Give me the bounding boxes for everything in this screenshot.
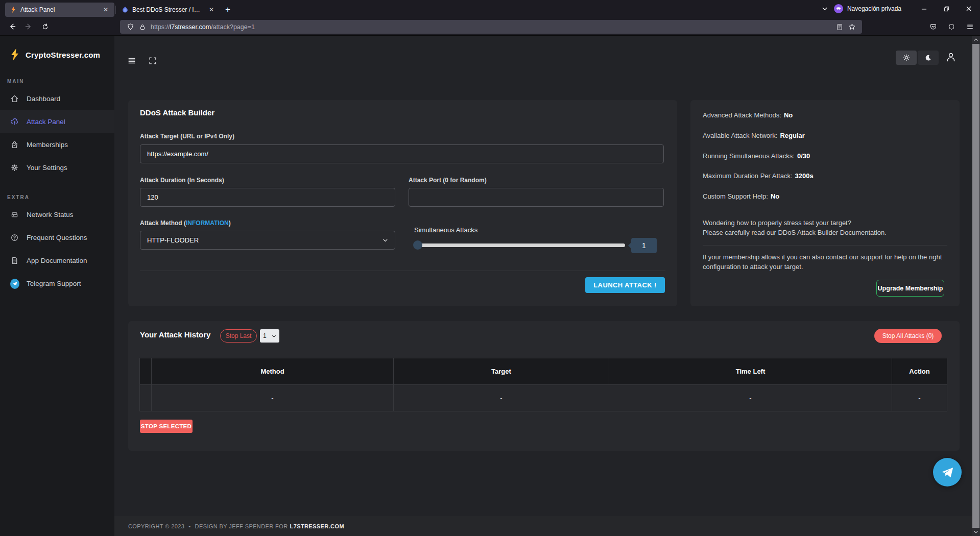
telegram-fab[interactable]	[933, 458, 962, 486]
simultaneous-attacks-label: Simultaneous Attacks	[414, 226, 477, 234]
slider-thumb[interactable]	[413, 240, 422, 250]
stop-selected-button[interactable]: STOP SELECTED	[140, 420, 193, 433]
cloud-lightning-icon	[10, 117, 19, 126]
sidebar-toggle-icon[interactable]	[127, 56, 136, 65]
bookmark-star-icon[interactable]	[846, 23, 858, 31]
sidebar-item-dashboard[interactable]: Dashboard	[0, 87, 114, 110]
stop-last-button[interactable]: Stop Last	[220, 329, 257, 343]
url-text[interactable]: https://l7stresser.com/attack?page=1	[151, 23, 833, 31]
information-link[interactable]: INFORMATION	[186, 220, 229, 227]
scroll-down-icon[interactable]	[972, 528, 980, 536]
stat-advanced-methods: Advanced Attack Methods:No	[703, 111, 793, 119]
design-by-text: DESIGN BY JEFF SPENDER FOR	[195, 523, 288, 529]
attack-port-input[interactable]	[409, 188, 664, 207]
minimize-button[interactable]	[913, 0, 935, 17]
dark-mode-button[interactable]	[918, 51, 939, 65]
chevron-down-icon	[383, 237, 388, 243]
home-icon	[10, 94, 19, 103]
brand[interactable]: CryptoStresser.com	[0, 36, 114, 61]
history-title: Your Attack History	[140, 330, 210, 339]
footer-brand-link[interactable]: L7STRESSER.COM	[290, 523, 344, 529]
sidebar-item-label: Memberships	[27, 141, 68, 149]
simultaneous-attacks-slider[interactable]	[414, 243, 625, 247]
new-tab-button[interactable]: +	[220, 5, 235, 15]
sidebar-item-label: Dashboard	[27, 95, 60, 103]
tracking-shield-icon[interactable]	[124, 23, 136, 31]
extensions-icon[interactable]	[943, 20, 960, 34]
server-icon	[10, 210, 19, 219]
builder-title: DDoS Attack Builder	[140, 108, 214, 117]
document-icon	[10, 256, 19, 265]
light-mode-button[interactable]	[896, 51, 917, 65]
row-time-left-cell: -	[609, 385, 892, 411]
attack-method-select[interactable]: HTTP-FLOODER	[140, 231, 395, 250]
browser-chrome: Attack Panel ✕ Best DDoS Stresser / IP B…	[0, 0, 980, 36]
help-text: Wondering how to properly stress test yo…	[703, 218, 943, 237]
forward-icon[interactable]	[20, 19, 37, 34]
page-scrollbar[interactable]	[972, 36, 980, 536]
page-footer: COPYRIGHT © 2023 • DESIGN BY JEFF SPENDE…	[114, 516, 972, 536]
tab-attack-panel[interactable]: Attack Panel ✕	[5, 3, 114, 17]
stop-count-select[interactable]: 1	[260, 329, 279, 343]
scroll-up-icon[interactable]	[972, 36, 980, 44]
telegram-plane-icon	[940, 465, 955, 480]
card-divider	[140, 271, 665, 271]
launch-attack-button[interactable]: LAUNCH ATTACK !	[585, 277, 665, 293]
sidebar-item-label: Network Status	[27, 211, 74, 218]
sidebar-item-attack-panel[interactable]: Attack Panel	[0, 110, 114, 133]
list-tabs-chevron-icon[interactable]	[816, 6, 834, 12]
column-method: Method	[152, 358, 394, 385]
stat-attack-network: Available Attack Network:Regular	[703, 132, 805, 139]
upgrade-membership-button[interactable]: Upgrade Membership	[876, 280, 944, 297]
reader-mode-icon[interactable]	[833, 23, 846, 31]
nav-bar: https://l7stresser.com/attack?page=1	[0, 17, 980, 36]
sidebar-item-app-documentation[interactable]: App Documentation	[0, 249, 114, 272]
copyright-text: COPYRIGHT © 2023	[128, 523, 184, 529]
support-text: If your membership allows it you can als…	[703, 252, 945, 272]
brand-bolt-icon	[9, 48, 20, 61]
sidebar-item-memberships[interactable]: Memberships	[0, 133, 114, 156]
window-close-button[interactable]	[958, 0, 980, 17]
sidebar-item-telegram-support[interactable]: Telegram Support	[0, 272, 114, 295]
history-row: - - - -	[140, 385, 947, 411]
sidebar-item-your-settings[interactable]: Your Settings	[0, 156, 114, 179]
select-column-header	[140, 358, 152, 385]
back-icon[interactable]	[4, 19, 20, 34]
nav-right-icons	[925, 20, 978, 34]
url-bar[interactable]: https://l7stresser.com/attack?page=1	[120, 20, 862, 34]
screen: Attack Panel ✕ Best DDoS Stresser / IP B…	[0, 0, 980, 536]
lock-icon[interactable]	[136, 23, 149, 31]
column-action: Action	[892, 358, 947, 385]
stop-count-value: 1	[263, 332, 267, 339]
scrollbar-thumb[interactable]	[972, 44, 979, 528]
tab-title: Best DDoS Stresser / IP Booter	[132, 6, 204, 13]
fullscreen-icon[interactable]	[148, 56, 157, 65]
row-select-cell[interactable]	[140, 385, 152, 411]
pocket-icon[interactable]	[925, 20, 941, 34]
sidebar: CryptoStresser.com MAIN Dashboard Attack…	[0, 36, 114, 536]
attack-history-card: Your Attack History Stop Last 1 Stop All…	[128, 321, 960, 451]
brand-name: CryptoStresser.com	[26, 51, 100, 59]
attack-target-input[interactable]	[140, 144, 664, 163]
attack-duration-input[interactable]	[140, 188, 395, 207]
stop-all-attacks-button[interactable]: Stop All Attacks (0)	[874, 329, 942, 343]
close-icon[interactable]: ✕	[102, 6, 110, 14]
sidebar-item-network-status[interactable]: Network Status	[0, 203, 114, 226]
reload-icon[interactable]	[37, 19, 53, 34]
sidebar-item-label: Telegram Support	[27, 280, 81, 287]
sun-icon	[902, 54, 911, 62]
private-label: Navegación privada	[847, 5, 901, 12]
restore-button[interactable]	[935, 0, 958, 17]
slider-value-badge: 1	[631, 238, 657, 253]
section-label-extra: EXTRA	[0, 179, 114, 203]
attack-builder-card: DDoS Attack Builder Attack Target (URL o…	[128, 100, 677, 306]
card-divider	[703, 245, 947, 246]
app-menu-icon[interactable]	[962, 20, 978, 34]
tab-bar: Attack Panel ✕ Best DDoS Stresser / IP B…	[0, 0, 980, 17]
telegram-icon	[10, 279, 19, 289]
tab-best-ddos[interactable]: Best DDoS Stresser / IP Booter ✕	[117, 3, 220, 17]
user-icon[interactable]	[945, 51, 957, 63]
row-method-cell: -	[152, 385, 394, 411]
sidebar-item-frequent-questions[interactable]: Frequent Questions	[0, 226, 114, 249]
close-icon[interactable]: ✕	[207, 6, 216, 14]
